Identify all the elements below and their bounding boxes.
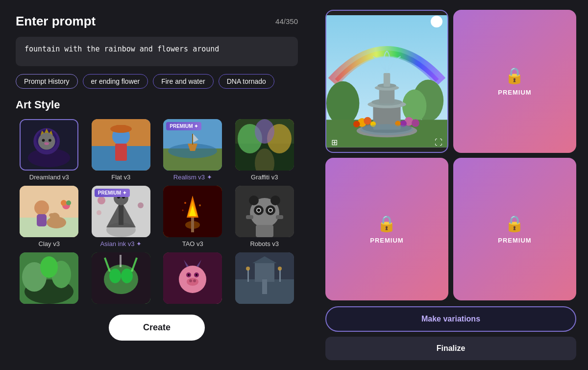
art-item-r2[interactable] [88, 252, 155, 304]
svg-rect-20 [192, 134, 193, 145]
svg-rect-98 [247, 270, 249, 282]
image-grid: ⊞ ⛶ 🔒 PREMIUM 🔒 PREMIUM 🔒 PREMIUM [325, 10, 576, 300]
svg-point-56 [182, 210, 184, 211]
svg-point-34 [49, 213, 55, 217]
svg-point-77 [109, 269, 121, 283]
premium-badge-asianink: PREMIUM ✦ [95, 189, 130, 197]
art-item-tao[interactable]: TAO v3 [159, 186, 226, 247]
svg-point-7 [49, 139, 51, 142]
svg-point-105 [402, 90, 426, 123]
premium-text-2: PREMIUM [370, 237, 403, 244]
art-label-realism: Realism v3 ✦ [173, 173, 212, 181]
svg-rect-115 [384, 73, 390, 87]
svg-point-118 [353, 121, 360, 127]
tag-fire-water[interactable]: Fire and water [153, 74, 213, 89]
art-item-r4[interactable] [231, 252, 298, 304]
prompt-input[interactable]: fountain with the rainbow and flowers ar… [16, 37, 298, 66]
art-thumb-graffiti [235, 119, 294, 171]
svg-rect-81 [120, 255, 122, 267]
svg-point-54 [184, 202, 186, 204]
svg-point-86 [193, 279, 196, 282]
svg-point-47 [97, 210, 101, 215]
expand-icon: ⊞ [331, 138, 338, 147]
image-card-premium-2[interactable]: 🔒 PREMIUM [325, 158, 448, 301]
svg-point-37 [66, 200, 71, 205]
art-item-dreamland[interactable]: Dreamland v3 [16, 119, 83, 181]
svg-point-46 [138, 202, 144, 208]
image-card-premium-1[interactable]: 🔒 PREMIUM [453, 10, 576, 153]
art-thumb-realism: PREMIUM ✦ [163, 119, 222, 171]
svg-point-63 [257, 209, 260, 212]
svg-rect-31 [37, 214, 47, 226]
action-buttons: Make variations Finalize [325, 306, 576, 360]
svg-point-68 [249, 196, 259, 205]
art-thumb-dreamland [20, 119, 78, 171]
svg-rect-14 [116, 125, 126, 131]
art-item-r3[interactable] [159, 252, 226, 304]
art-style-title: Art Style [16, 99, 298, 111]
svg-point-85 [189, 279, 192, 282]
art-item-realism[interactable]: PREMIUM ✦ Realism v3 ✦ [159, 119, 226, 181]
svg-point-69 [270, 196, 280, 205]
art-item-robots[interactable]: Robots v3 [231, 186, 298, 247]
create-button[interactable]: Create [109, 315, 205, 341]
svg-point-124 [361, 124, 414, 135]
premium-badge-realism: PREMIUM ✦ [166, 122, 201, 130]
svg-point-36 [61, 200, 67, 206]
premium-text-3: PREMIUM [498, 237, 531, 244]
art-item-graffiti[interactable]: Graffiti v3 [231, 119, 298, 181]
fullscreen-icon: ⛶ [435, 138, 442, 147]
svg-point-91 [188, 274, 190, 276]
art-item-clay[interactable]: Clay v3 [16, 186, 83, 247]
art-label-dreamland: Dreamland v3 [29, 173, 69, 181]
svg-point-6 [42, 139, 45, 142]
svg-point-5 [38, 133, 55, 150]
svg-rect-97 [262, 279, 267, 294]
svg-point-84 [187, 278, 198, 286]
svg-point-103 [326, 81, 359, 125]
tag-prompt-history[interactable]: Prompt History [16, 74, 78, 89]
premium-lock-3: 🔒 PREMIUM [498, 214, 531, 244]
svg-rect-100 [279, 270, 281, 282]
svg-point-117 [364, 117, 371, 125]
art-thumb-asianink: PREMIUM ✦ [92, 186, 150, 237]
art-label-asianink: Asian ink v3 ✦ [100, 240, 142, 247]
image-card-premium-3[interactable]: 🔒 PREMIUM [453, 158, 576, 301]
tag-ending-flower[interactable]: er ending flower [83, 74, 148, 89]
svg-rect-67 [256, 225, 273, 237]
svg-point-27 [255, 119, 274, 144]
svg-rect-12 [115, 144, 127, 161]
svg-rect-66 [276, 215, 283, 219]
art-item-asianink[interactable]: PREMIUM ✦ Asian ink v3 ✦ [88, 186, 155, 247]
svg-point-8 [45, 142, 49, 145]
art-thumb-flat [92, 119, 150, 171]
svg-point-74 [40, 256, 58, 278]
art-label-tao: TAO v3 [182, 240, 203, 247]
art-label-graffiti: Graffiti v3 [251, 173, 278, 181]
art-label-clay: Clay v3 [39, 240, 60, 247]
lock-icon-1: 🔒 [505, 66, 524, 85]
svg-point-92 [196, 274, 197, 276]
char-count: 44/350 [275, 17, 298, 25]
art-item-r1[interactable] [16, 252, 83, 304]
prompt-header: Enter prompt 44/350 [16, 14, 298, 29]
lock-icon-2: 🔒 [377, 214, 396, 233]
svg-point-99 [246, 267, 250, 271]
lock-icon-3: 🔒 [505, 214, 524, 233]
svg-point-101 [278, 267, 282, 271]
prompt-title: Enter prompt [16, 14, 96, 29]
image-card-main[interactable]: ⊞ ⛶ [325, 10, 448, 153]
tag-dna-tornado[interactable]: DNA tornado [219, 74, 274, 89]
selection-circle-main[interactable] [431, 16, 442, 27]
art-style-grid: Dreamland v3 Flat v3 [16, 119, 298, 304]
left-panel: Enter prompt 44/350 fountain with the ra… [0, 0, 314, 370]
finalize-button[interactable]: Finalize [325, 337, 576, 360]
art-thumb-robots [235, 186, 294, 237]
variations-button[interactable]: Make variations [325, 306, 576, 332]
art-item-flat[interactable]: Flat v3 [88, 119, 155, 181]
premium-lock-1: 🔒 PREMIUM [498, 66, 531, 96]
art-thumb-r1 [20, 252, 78, 304]
art-thumb-r4 [235, 252, 294, 304]
premium-text-1: PREMIUM [498, 89, 531, 96]
svg-rect-53 [191, 218, 194, 232]
